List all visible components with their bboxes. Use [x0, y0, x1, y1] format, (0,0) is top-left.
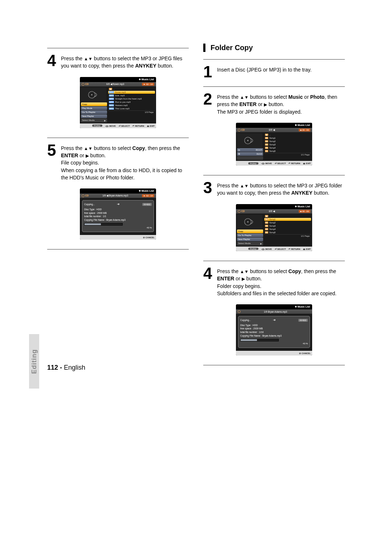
right-column: Folder Copy 1 Insert a Disc (JPEG or MP3…: [203, 44, 345, 370]
step-text: Insert a Disc (JPEG or MP3) in to the tr…: [217, 64, 311, 73]
screenshot-music-list-select: Music List ◯ CD 6/9 ◀ flower.mp3 ► 02 : …: [80, 77, 156, 128]
page-footer: 112 - English: [47, 364, 85, 371]
step-text: Press the ▲▼ buttons to select Copy, the…: [61, 142, 189, 182]
step-number: 2: [203, 91, 213, 107]
screenshot-folder-select-copy: Music List ◯ CD 6/9 ◀ ■ 00 : 00 Copy Go …: [236, 204, 312, 251]
step-text: Press the ▲▼ buttons to select Music or …: [217, 91, 345, 115]
menu-gotoplaylist[interactable]: Go To Playlist: [81, 110, 107, 114]
section-title: Folder Copy: [203, 44, 345, 52]
step-text: Press the ▲▼ buttons to select the MP3 o…: [61, 53, 189, 70]
step-number: 3: [203, 180, 213, 196]
step-text: Press the ▲▼ buttons to select the MP3 o…: [217, 180, 345, 197]
screenshot-copying-folder: Music List ◯ 1/9 Bryan Adams.mp3 Copying…: [236, 304, 312, 356]
menu-selectmedia[interactable]: Select Media▶: [81, 118, 107, 122]
page-info: 1/3 Page: [108, 110, 155, 114]
menu-newplaylist[interactable]: New Playlist: [81, 114, 107, 118]
step-number: 4: [203, 265, 213, 281]
svg-point-1: [91, 94, 92, 95]
step-text: Press the ▲▼ buttons to select Copy, the…: [217, 265, 345, 297]
step-number: 4: [47, 53, 57, 69]
menu-copy[interactable]: Copy: [81, 102, 107, 106]
menu-newplaylist[interactable]: New Playlist: [237, 237, 263, 241]
shot-footerbar: Anykey ◁▷ MOVE ⏎ SELECT ↶ RETURN ⏏ EXIT: [80, 123, 156, 128]
svg-point-5: [247, 221, 248, 222]
screenshot-copying-file: Music List ◯ CD 1/9 ◀ Bryan Adams.mp3 ► …: [80, 188, 156, 240]
menu-copy[interactable]: Copy: [237, 230, 263, 233]
side-tab-editing: Editing: [29, 334, 39, 389]
step-number: 1: [203, 64, 213, 80]
shot-title: Music List: [80, 77, 156, 82]
screenshot-folder-list: Music List ◯ CD 6/9 ◀ ■ 00 : 00 🗀 ROOT 🗓…: [236, 123, 312, 166]
cd-icon: [81, 88, 106, 102]
date-label: 🗓 01/15: [237, 152, 263, 156]
side-tab-label: Editing: [30, 349, 38, 374]
svg-point-3: [247, 140, 248, 141]
copy-overlay: Copying... ➜ ⛁ HDD Disc Type : HDD free …: [82, 200, 154, 232]
root-label: 🗀 ROOT: [237, 148, 263, 152]
menu-gotoplaylist[interactable]: Go To Playlist: [237, 234, 263, 237]
blank-row: [237, 156, 263, 160]
step-number: 5: [47, 142, 57, 158]
left-column: 4 Press the ▲▼ buttons to select the MP3…: [47, 44, 189, 370]
menu-playmode[interactable]: Play Mode: [81, 106, 107, 110]
menu-selectmedia[interactable]: Select Media▶: [237, 241, 263, 245]
